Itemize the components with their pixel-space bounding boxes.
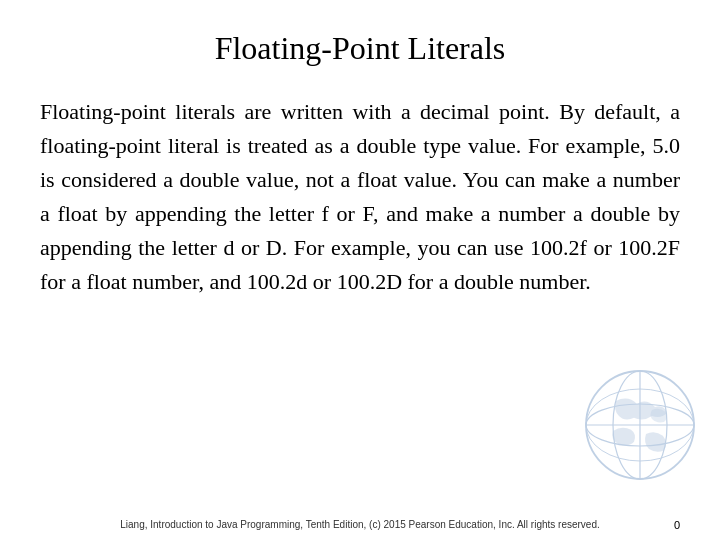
footer-number: 0 (674, 519, 680, 531)
slide-body: Floating-point literals are written with… (40, 95, 680, 300)
slide-title: Floating-Point Literals (40, 30, 680, 67)
globe-watermark (580, 365, 700, 485)
footer-text: Liang, Introduction to Java Programming,… (120, 519, 600, 530)
slide-container: Floating-Point Literals Floating-point l… (0, 0, 720, 540)
footer: Liang, Introduction to Java Programming,… (0, 519, 720, 530)
